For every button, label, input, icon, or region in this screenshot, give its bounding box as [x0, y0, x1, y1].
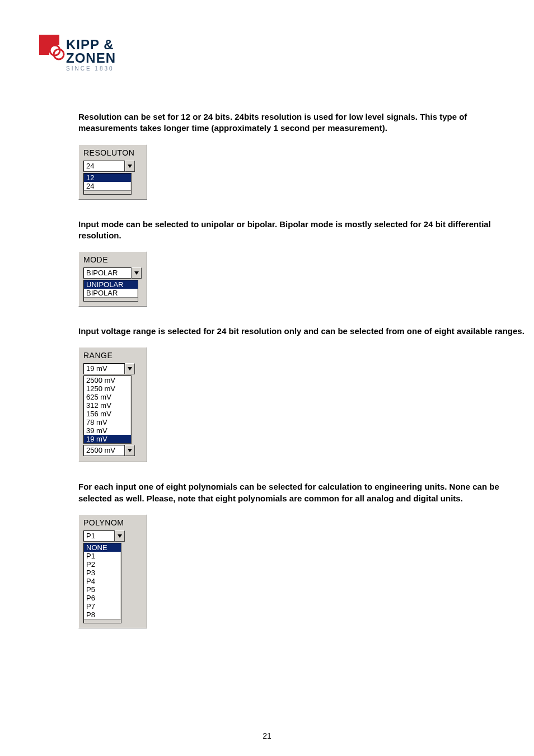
- scrollbar-stub: [84, 190, 131, 194]
- resolution-options-list[interactable]: 12 24: [83, 173, 132, 195]
- mode-panel: MODE BIPOLAR UNIPOLAR BIPOLAR: [78, 251, 147, 307]
- list-item[interactable]: 2500 mV: [84, 376, 131, 384]
- list-item[interactable]: 78 mV: [84, 418, 131, 426]
- resolution-selected-value: 24: [83, 161, 125, 172]
- list-item[interactable]: 12: [84, 173, 131, 182]
- dropdown-arrow-icon[interactable]: [125, 363, 135, 374]
- list-item[interactable]: 24: [84, 182, 131, 190]
- list-item[interactable]: BIPOLAR: [84, 289, 138, 297]
- resolution-combobox[interactable]: 24: [83, 161, 142, 172]
- list-item[interactable]: 625 mV: [84, 393, 131, 401]
- list-item[interactable]: P1: [84, 552, 121, 560]
- list-item[interactable]: 312 mV: [84, 401, 131, 410]
- scrollbar-stub: [84, 297, 138, 301]
- mode-options-list[interactable]: UNIPOLAR BIPOLAR: [83, 280, 138, 302]
- range-secondary-combobox[interactable]: 2500 mV: [83, 445, 142, 456]
- scrollbar-stub: [84, 619, 121, 623]
- svg-text:KIPP &: KIPP &: [66, 37, 114, 52]
- list-item[interactable]: UNIPOLAR: [84, 280, 138, 289]
- mode-description: Input mode can be selected to unipolar o…: [78, 219, 526, 242]
- resolution-description: Resolution can be set for 12 or 24 bits.…: [78, 111, 526, 134]
- polynom-panel: POLYNOM P1 NONE P1 P2 P3 P4 P5 P6 P7 P8: [78, 514, 147, 628]
- svg-text:SINCE 1830: SINCE 1830: [66, 65, 114, 72]
- list-item[interactable]: P2: [84, 560, 121, 569]
- resolution-panel-title: RESOLUTON: [83, 148, 142, 157]
- polynom-options-list[interactable]: NONE P1 P2 P3 P4 P5 P6 P7 P8: [83, 543, 121, 623]
- range-panel-title: RANGE: [83, 351, 142, 360]
- list-item[interactable]: P3: [84, 569, 121, 577]
- range-panel: RANGE 19 mV 2500 mV 1250 mV 625 mV 312 m…: [78, 347, 147, 462]
- brand-logo: KIPP & ZONEN SINCE 1830: [38, 34, 500, 78]
- page-number: 21: [0, 731, 534, 740]
- dropdown-arrow-icon[interactable]: [115, 530, 125, 542]
- list-item[interactable]: P7: [84, 602, 121, 611]
- range-secondary-selected-value: 2500 mV: [83, 445, 125, 456]
- dropdown-arrow-icon[interactable]: [125, 445, 135, 456]
- polynom-combobox[interactable]: P1: [83, 530, 142, 542]
- range-selected-value: 19 mV: [83, 363, 125, 374]
- range-combobox[interactable]: 19 mV: [83, 363, 142, 374]
- range-description: Input voltage range is selected for 24 b…: [78, 326, 526, 337]
- mode-panel-title: MODE: [83, 255, 142, 264]
- resolution-panel: RESOLUTON 24 12 24: [78, 144, 147, 200]
- polynom-description: For each input one of eight polynomials …: [78, 481, 526, 504]
- list-item[interactable]: P4: [84, 577, 121, 585]
- list-item[interactable]: 1250 mV: [84, 384, 131, 393]
- svg-text:ZONEN: ZONEN: [66, 50, 116, 65]
- polynom-selected-value: P1: [83, 530, 115, 542]
- polynom-panel-title: POLYNOM: [83, 518, 142, 527]
- dropdown-arrow-icon[interactable]: [132, 267, 142, 279]
- list-item[interactable]: 156 mV: [84, 410, 131, 418]
- list-item[interactable]: 39 mV: [84, 426, 131, 435]
- list-item[interactable]: P8: [84, 611, 121, 619]
- dropdown-arrow-icon[interactable]: [125, 161, 135, 172]
- list-item[interactable]: 19 mV: [84, 435, 131, 443]
- mode-combobox[interactable]: BIPOLAR: [83, 267, 142, 279]
- mode-selected-value: BIPOLAR: [83, 267, 132, 279]
- list-item[interactable]: P5: [84, 585, 121, 594]
- range-options-list[interactable]: 2500 mV 1250 mV 625 mV 312 mV 156 mV 78 …: [83, 375, 132, 444]
- list-item[interactable]: P6: [84, 594, 121, 602]
- list-item[interactable]: NONE: [84, 543, 121, 552]
